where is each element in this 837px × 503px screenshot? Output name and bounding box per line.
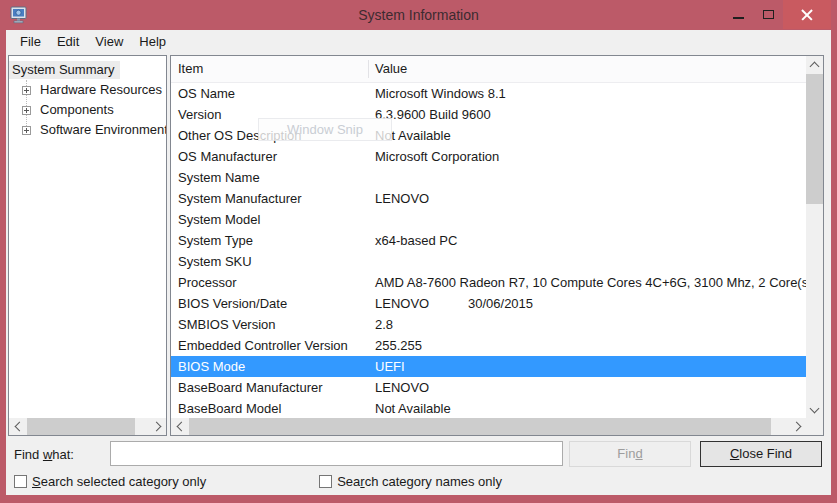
menu-item-view[interactable]: View — [87, 30, 131, 53]
table-row-bios-mode[interactable]: BIOS ModeUEFI — [171, 356, 806, 377]
table-row-os-name[interactable]: OS NameMicrosoft Windows 8.1 — [171, 83, 806, 104]
item-cell: BIOS Version/Date — [171, 293, 368, 314]
menu-item-edit[interactable]: Edit — [49, 30, 87, 53]
table-vscrollbar-thumb[interactable] — [806, 74, 823, 204]
value-cell — [368, 209, 806, 230]
table-row-system-name[interactable]: System Name — [171, 167, 806, 188]
close-button[interactable] — [783, 0, 831, 29]
category-tree: System SummaryHardware ResourcesComponen… — [9, 56, 166, 140]
item-cell: System Type — [171, 230, 368, 251]
value-cell: Not Available — [368, 398, 806, 418]
tree-item-label: Software Environment — [37, 121, 167, 139]
item-cell: BaseBoard Manufacturer — [171, 377, 368, 398]
tree-item-label: Hardware Resources — [37, 81, 167, 99]
scroll-up-icon[interactable] — [806, 56, 823, 73]
item-cell: BaseBoard Model — [171, 398, 368, 418]
maximize-icon — [763, 10, 774, 19]
value-cell: Microsoft Windows 8.1 — [368, 83, 806, 104]
column-header-value[interactable]: Value — [375, 56, 407, 82]
table-row-smbios-version[interactable]: SMBIOS Version2.8 — [171, 314, 806, 335]
menu-item-help[interactable]: Help — [131, 30, 174, 53]
expand-plus-icon[interactable] — [22, 126, 31, 135]
item-cell: System SKU — [171, 251, 368, 272]
value-cell — [368, 167, 806, 188]
table-row-system-sku[interactable]: System SKU — [171, 251, 806, 272]
search-category-names-option[interactable]: Search category names only — [319, 474, 502, 489]
table-row-baseboard-manufacturer[interactable]: BaseBoard ManufacturerLENOVO — [171, 377, 806, 398]
find-input[interactable] — [110, 441, 563, 466]
table-vscrollbar-track[interactable] — [806, 204, 823, 401]
scroll-down-icon[interactable] — [806, 401, 823, 418]
table-row-processor[interactable]: ProcessorAMD A8-7600 Radeon R7, 10 Compu… — [171, 272, 806, 293]
value-cell — [368, 251, 806, 272]
titlebar: System Information — [0, 0, 837, 30]
tree-item-label: System Summary — [9, 61, 120, 79]
table-row-baseboard-model[interactable]: BaseBoard ModelNot Available — [171, 398, 806, 418]
value-cell: LENOVO — [368, 188, 806, 209]
minimize-icon — [733, 17, 744, 19]
value-cell: UEFI — [368, 356, 806, 377]
tree-item-software-environment[interactable]: Software Environment — [9, 120, 166, 140]
tree-item-components[interactable]: Components — [9, 100, 166, 120]
item-cell: Processor — [171, 272, 368, 293]
window-snip-ghost-tooltip: Window Snip — [258, 118, 392, 141]
find-button[interactable]: Find — [569, 441, 691, 467]
item-cell: System Name — [171, 167, 368, 188]
system-information-window: System Information FileEditViewHelp Syst… — [0, 0, 837, 503]
scroll-left-icon[interactable] — [171, 418, 188, 435]
close-find-button[interactable]: Close Find — [700, 441, 822, 467]
search-category-names-checkbox[interactable] — [319, 475, 332, 488]
menu-item-file[interactable]: File — [12, 30, 49, 53]
table-row-system-model[interactable]: System Model — [171, 209, 806, 230]
scroll-right-icon[interactable] — [149, 418, 166, 435]
find-options-row: Search selected category only Search cat… — [14, 474, 831, 489]
value-cell: 6.3.9600 Build 9600 — [368, 104, 806, 125]
table-horizontal-scrollbar[interactable] — [171, 418, 806, 435]
value-cell: Microsoft Corporation — [368, 146, 806, 167]
expand-plus-icon[interactable] — [22, 86, 31, 95]
search-selected-category-checkbox[interactable] — [14, 475, 27, 488]
scroll-left-icon[interactable] — [9, 418, 26, 435]
tree-item-system-summary[interactable]: System Summary — [9, 60, 166, 80]
tree-item-label: Components — [37, 101, 119, 119]
table-hscrollbar-thumb[interactable] — [189, 418, 771, 435]
item-cell: OS Manufacturer — [171, 146, 368, 167]
client-area: FileEditViewHelp System SummaryHardware … — [6, 30, 831, 495]
scrollbar-corner — [806, 418, 823, 435]
table-row-system-type[interactable]: System Typex64-based PC — [171, 230, 806, 251]
find-what-label: Find what: — [14, 447, 74, 462]
item-cell: SMBIOS Version — [171, 314, 368, 335]
item-cell: System Manufacturer — [171, 188, 368, 209]
table-vertical-scrollbar[interactable] — [806, 56, 823, 418]
value-cell: LENOVO — [368, 377, 806, 398]
menu-bar: FileEditViewHelp — [6, 30, 831, 53]
table-row-bios-version-date[interactable]: BIOS Version/DateLENOVO30/06/2015 — [171, 293, 806, 314]
scroll-right-icon[interactable] — [789, 418, 806, 435]
tree-item-hardware-resources[interactable]: Hardware Resources — [9, 80, 166, 100]
category-tree-panel: System SummaryHardware ResourcesComponen… — [8, 55, 167, 436]
value-cell: 2.8 — [368, 314, 806, 335]
column-header-item[interactable]: Item — [178, 56, 203, 82]
maximize-button[interactable] — [753, 0, 783, 29]
expand-plus-icon[interactable] — [22, 106, 31, 115]
search-category-names-label: Search category names only — [337, 474, 502, 489]
window-title: System Information — [0, 0, 837, 30]
value-cell: Not Available — [368, 125, 806, 146]
item-cell: Embedded Controller Version — [171, 335, 368, 356]
close-icon — [801, 9, 813, 21]
column-separator[interactable] — [368, 60, 369, 78]
find-bar: Find what: Find Close Find Search select… — [6, 436, 831, 495]
table-row-embedded-controller-version[interactable]: Embedded Controller Version255.255 — [171, 335, 806, 356]
search-selected-category-option[interactable]: Search selected category only — [14, 474, 206, 489]
details-table-panel: Item Value OS NameMicrosoft Windows 8.1V… — [170, 55, 824, 436]
item-cell: OS Name — [171, 83, 368, 104]
item-cell: System Model — [171, 209, 368, 230]
table-row-system-manufacturer[interactable]: System ManufacturerLENOVO — [171, 188, 806, 209]
table-row-os-manufacturer[interactable]: OS ManufacturerMicrosoft Corporation — [171, 146, 806, 167]
tree-horizontal-scrollbar[interactable] — [9, 418, 166, 435]
value-cell: AMD A8-7600 Radeon R7, 10 Compute Cores … — [368, 272, 806, 293]
minimize-button[interactable] — [723, 0, 753, 29]
value-cell: 255.255 — [368, 335, 806, 356]
value-cell: LENOVO30/06/2015 — [368, 293, 806, 314]
tree-scrollbar-thumb[interactable] — [27, 418, 135, 435]
